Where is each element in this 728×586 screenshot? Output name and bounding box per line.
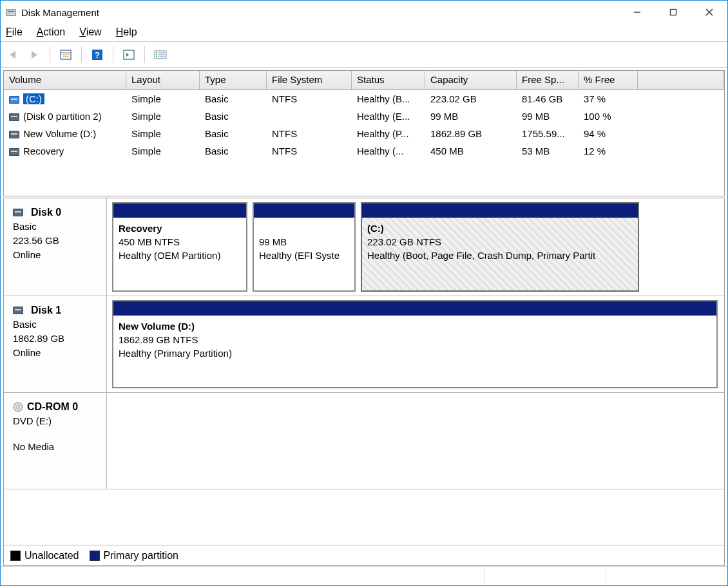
menubar: File Action View Help xyxy=(1,24,727,42)
close-button[interactable] xyxy=(691,1,727,24)
cdrom-icon xyxy=(13,402,23,412)
cdrom-partitions xyxy=(107,393,724,489)
refresh-button[interactable] xyxy=(120,46,138,64)
disk-row-1[interactable]: Disk 1 Basic 1862.89 GB Online New Volum… xyxy=(4,296,724,393)
disk-row-cdrom[interactable]: CD-ROM 0 DVD (E:) No Media xyxy=(4,393,724,489)
toolbar: ? xyxy=(1,42,727,68)
col-type[interactable]: Type xyxy=(200,71,267,90)
disk-graphical-view: Disk 0 Basic 223.56 GB Online Recovery45… xyxy=(3,198,725,566)
disk-0-state: Online xyxy=(13,248,100,262)
svg-text:?: ? xyxy=(95,50,100,60)
maximize-button[interactable] xyxy=(655,1,691,24)
app-icon xyxy=(6,7,16,17)
properties-button[interactable] xyxy=(57,46,75,64)
back-button[interactable] xyxy=(5,46,23,64)
disk-1-partitions: New Volume (D:)1862.89 GB NTFSHealthy (P… xyxy=(107,296,724,392)
disk-1-size: 1862.89 GB xyxy=(13,332,100,346)
col-spacer xyxy=(638,71,724,90)
forward-button[interactable] xyxy=(25,46,43,64)
disk-0-type: Basic xyxy=(13,220,100,234)
col-layout[interactable]: Layout xyxy=(126,71,200,90)
partition[interactable]: Recovery450 MB NTFSHealthy (OEM Partitio… xyxy=(112,202,247,292)
col-freespace[interactable]: Free Sp... xyxy=(517,71,579,90)
disk-1-state: Online xyxy=(13,346,100,360)
disk-1-type: Basic xyxy=(13,317,100,332)
table-row[interactable]: (Disk 0 partition 2)SimpleBasicHealthy (… xyxy=(4,108,724,125)
col-status[interactable]: Status xyxy=(352,71,425,90)
svg-rect-3 xyxy=(671,10,676,15)
disk-icon xyxy=(13,307,23,314)
titlebar: Disk Management xyxy=(1,1,727,24)
disk-row-0[interactable]: Disk 0 Basic 223.56 GB Online Recovery45… xyxy=(4,198,724,296)
list-button[interactable] xyxy=(151,46,169,64)
legend: Unallocated Primary partition xyxy=(4,545,724,565)
volume-list-header: Volume Layout Type File System Status Ca… xyxy=(4,71,724,90)
cdrom-type: DVD (E:) xyxy=(13,414,100,428)
svg-point-16 xyxy=(156,56,157,57)
cdrom-state: No Media xyxy=(13,440,100,454)
partition[interactable]: 99 MBHealthy (EFI Syste xyxy=(253,202,356,292)
svg-point-21 xyxy=(17,406,19,408)
table-row[interactable]: RecoverySimpleBasicNTFSHealthy (...450 M… xyxy=(4,142,724,160)
window-title: Disk Management xyxy=(21,7,99,18)
col-filesystem[interactable]: File System xyxy=(267,71,352,90)
statusbar xyxy=(1,566,727,585)
disk-1-name: Disk 1 xyxy=(31,303,61,317)
menu-help[interactable]: Help xyxy=(116,26,137,38)
menu-action[interactable]: Action xyxy=(37,26,65,38)
legend-primary: Primary partition xyxy=(90,550,178,562)
col-capacity[interactable]: Capacity xyxy=(425,71,517,90)
partition[interactable]: (C:)223.02 GB NTFSHealthy (Boot, Page Fi… xyxy=(361,202,639,292)
svg-rect-0 xyxy=(6,10,15,15)
legend-unallocated: Unallocated xyxy=(10,550,79,562)
disk-0-label: Disk 0 Basic 223.56 GB Online xyxy=(4,198,107,296)
col-pctfree[interactable]: % Free xyxy=(579,71,638,90)
table-row[interactable]: (C:)SimpleBasicNTFSHealthy (B...223.02 G… xyxy=(4,90,724,108)
disk-0-partitions: Recovery450 MB NTFSHealthy (OEM Partitio… xyxy=(107,198,724,296)
volume-list: Volume Layout Type File System Status Ca… xyxy=(3,70,725,196)
disk-1-label: Disk 1 Basic 1862.89 GB Online xyxy=(4,296,107,392)
menu-view[interactable]: View xyxy=(79,26,101,38)
partition[interactable]: New Volume (D:)1862.89 GB NTFSHealthy (P… xyxy=(112,300,718,388)
svg-rect-1 xyxy=(8,11,14,12)
help-button[interactable]: ? xyxy=(88,46,106,64)
disk-icon xyxy=(13,209,23,216)
disk-0-name: Disk 0 xyxy=(31,205,61,220)
cdrom-name: CD-ROM 0 xyxy=(27,399,78,414)
disk-0-size: 223.56 GB xyxy=(13,234,100,248)
menu-file[interactable]: File xyxy=(6,26,23,38)
cdrom-label: CD-ROM 0 DVD (E:) No Media xyxy=(4,393,107,489)
svg-point-15 xyxy=(156,54,157,55)
svg-point-14 xyxy=(156,52,157,53)
col-volume[interactable]: Volume xyxy=(4,71,126,90)
table-row[interactable]: New Volume (D:)SimpleBasicNTFSHealthy (P… xyxy=(4,125,724,142)
minimize-button[interactable] xyxy=(619,1,655,24)
